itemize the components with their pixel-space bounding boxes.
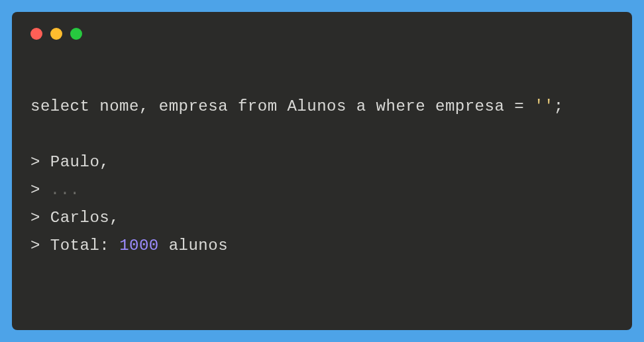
output-value: Paulo, <box>50 153 109 171</box>
total-label: Total: <box>50 237 119 255</box>
maximize-icon[interactable] <box>70 28 82 40</box>
ellipsis-icon: ... <box>50 181 80 199</box>
total-count: 1000 <box>119 237 159 255</box>
output-prompt: > <box>30 237 50 255</box>
sql-query-terminator: ; <box>554 97 564 115</box>
output-row: > Carlos, <box>30 204 614 232</box>
total-suffix: alunos <box>159 237 228 255</box>
output-prompt: > <box>30 181 50 199</box>
output-row: > Paulo, <box>30 148 614 176</box>
minimize-icon[interactable] <box>50 28 62 40</box>
close-icon[interactable] <box>30 28 42 40</box>
output-prompt: > <box>30 209 50 227</box>
terminal-window: select nome, empresa from Alunos a where… <box>12 12 632 330</box>
blank-line <box>30 121 614 148</box>
window-controls <box>30 28 614 40</box>
output-value: Carlos, <box>50 209 119 227</box>
sql-string-literal: '' <box>534 97 554 115</box>
output-total-row: > Total: 1000 alunos <box>30 232 614 260</box>
output-row: > ... <box>30 176 614 204</box>
output-prompt: > <box>30 153 50 171</box>
sql-query-text: select nome, empresa from Alunos a where… <box>30 97 534 115</box>
sql-query-line: select nome, empresa from Alunos a where… <box>30 93 614 121</box>
